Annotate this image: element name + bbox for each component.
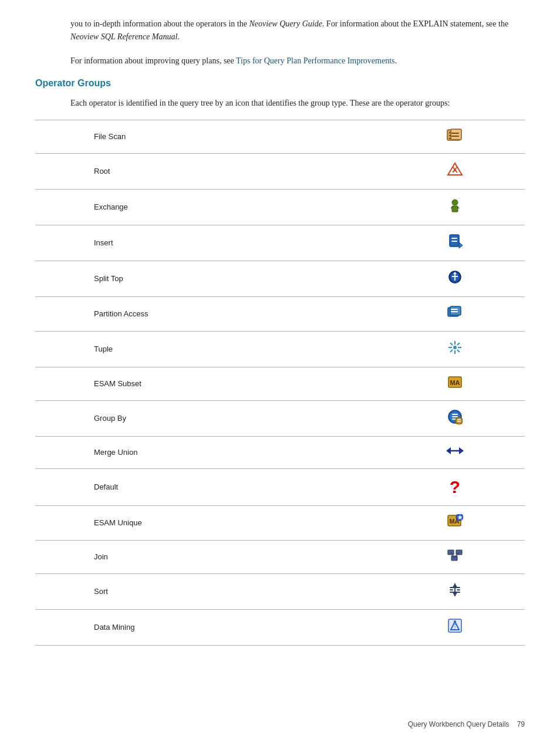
table-row: ESAM Unique MA ★ (35, 505, 525, 540)
svg-marker-49 (459, 447, 464, 454)
intro-paragraph-2: For information about improving query pl… (70, 55, 525, 67)
operator-name: Sort (35, 573, 385, 609)
operator-icon-filescan (385, 120, 525, 153)
operator-name: Data Mining (35, 609, 385, 645)
operator-name: Root (35, 153, 385, 189)
svg-rect-64 (450, 592, 453, 593)
page-footer: Query Workbench Query Details 79 (408, 720, 525, 728)
operator-icon-default: ? (385, 468, 525, 505)
intro-paragraph-1: you to in-depth information about the op… (70, 18, 525, 44)
operator-icon-partition (385, 296, 525, 331)
operator-icon-tuple (385, 331, 525, 367)
table-row: Exchange (35, 189, 525, 225)
section-heading: Operator Groups (35, 78, 525, 89)
table-row: Sort (35, 573, 525, 609)
operator-icon-groupby (385, 400, 525, 436)
intro-italic-1: Neoview Query Guide (249, 19, 322, 28)
table-row: Group By (35, 400, 525, 436)
svg-point-28 (453, 346, 457, 349)
svg-text:MA: MA (450, 379, 460, 386)
svg-rect-5 (451, 133, 459, 134)
operator-name: Split Top (35, 261, 385, 296)
svg-rect-45 (457, 419, 461, 420)
table-row: Tuple (35, 331, 525, 367)
svg-rect-67 (457, 592, 460, 593)
svg-line-35 (457, 343, 460, 345)
svg-marker-18 (459, 242, 463, 248)
operator-name: Partition Access (35, 296, 385, 331)
svg-rect-66 (457, 589, 460, 590)
table-row: Root (35, 153, 525, 189)
intro-text-4: For information about improving query pl… (70, 56, 236, 65)
section-description: Each operator is identified in the query… (70, 97, 525, 110)
footer-text: Query Workbench Query Details (408, 720, 510, 728)
operator-name: ESAM Unique (35, 505, 385, 540)
svg-rect-26 (451, 309, 458, 310)
tips-link[interactable]: Tips for Query Plan Performance Improvem… (236, 56, 394, 65)
svg-rect-62 (450, 587, 453, 588)
operator-icon-insert (385, 225, 525, 261)
operator-name: Merge Union (35, 436, 385, 468)
svg-rect-25 (450, 306, 461, 315)
svg-line-36 (450, 350, 453, 352)
intro-text-1: you to in-depth information about the op… (70, 19, 249, 28)
table-row: Insert (35, 225, 525, 261)
svg-rect-41 (452, 414, 458, 415)
svg-rect-4 (451, 129, 461, 140)
svg-marker-47 (446, 447, 451, 454)
intro-text-5: . (395, 56, 397, 65)
table-row: Join (35, 540, 525, 573)
table-row: Split Top (35, 261, 525, 296)
operator-name: Default (35, 468, 385, 505)
operator-icon-splittop (385, 261, 525, 296)
operator-icon-datamining (385, 609, 525, 645)
intro-text-2: . For information about the EXPLAIN stat… (322, 19, 508, 28)
operator-icon-mergeunion (385, 436, 525, 468)
table-row: ESAM Subset MA (35, 367, 525, 400)
footer-page: 79 (517, 720, 525, 728)
operator-table: File Scan Root Exchange Insert (35, 120, 525, 646)
svg-rect-17 (451, 241, 457, 242)
svg-line-34 (457, 350, 460, 352)
intro-text-3: . (177, 32, 180, 41)
table-row: Default? (35, 468, 525, 505)
operator-name: ESAM Subset (35, 367, 385, 400)
operator-icon-esamunique: MA ★ (385, 505, 525, 540)
table-row: Merge Union (35, 436, 525, 468)
operator-name: File Scan (35, 120, 385, 153)
svg-text:★: ★ (457, 514, 463, 521)
operator-name: Exchange (35, 189, 385, 225)
operator-icon-root (385, 153, 525, 189)
svg-rect-42 (452, 416, 458, 417)
svg-rect-6 (451, 136, 459, 137)
operator-name: Join (35, 540, 385, 573)
operator-icon-join (385, 540, 525, 573)
svg-rect-27 (451, 311, 458, 312)
svg-rect-16 (451, 238, 457, 239)
svg-line-33 (450, 343, 453, 345)
operator-name: Tuple (35, 331, 385, 367)
operator-icon-sort (385, 573, 525, 609)
svg-point-11 (452, 200, 458, 205)
operator-name: Insert (35, 225, 385, 261)
table-row: File Scan (35, 120, 525, 153)
intro-italic-2: Neoview SQL Reference Manual (70, 32, 177, 41)
svg-point-10 (454, 169, 456, 171)
table-row: Partition Access (35, 296, 525, 331)
table-row: Data Mining (35, 609, 525, 645)
svg-rect-46 (457, 421, 461, 422)
operator-icon-exchange (385, 189, 525, 225)
page: you to in-depth information about the op… (0, 0, 560, 687)
svg-rect-65 (457, 587, 460, 588)
svg-rect-63 (450, 589, 453, 590)
operator-icon-esamsubset: MA (385, 367, 525, 400)
operator-name: Group By (35, 400, 385, 436)
